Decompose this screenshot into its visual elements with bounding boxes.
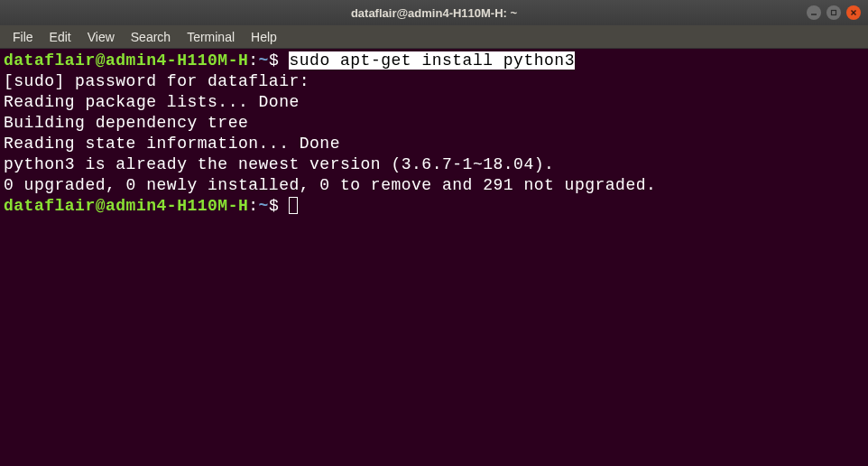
cursor <box>289 197 298 214</box>
menubar: File Edit View Search Terminal Help <box>0 25 868 49</box>
prompt-path: ~ <box>259 197 269 215</box>
window-title: dataflair@admin4-H110M-H: ~ <box>351 6 517 20</box>
prompt-user: dataflair@admin4-H110M-H <box>4 197 248 215</box>
maximize-button[interactable] <box>826 5 841 20</box>
output-line: 0 upgraded, 0 newly installed, 0 to remo… <box>4 176 656 194</box>
menu-view[interactable]: View <box>80 27 122 47</box>
prompt-sep: : <box>248 197 258 215</box>
output-line: Reading state information... Done <box>4 135 340 153</box>
prompt-symbol: $ <box>269 197 290 215</box>
output-line: [sudo] password for dataflair: <box>4 72 319 90</box>
prompt-sep: : <box>248 51 258 70</box>
menu-file[interactable]: File <box>5 27 41 47</box>
minimize-button[interactable] <box>807 5 821 20</box>
menu-help[interactable]: Help <box>244 27 284 47</box>
output-line: python3 is already the newest version (3… <box>4 155 554 173</box>
menu-edit[interactable]: Edit <box>42 27 78 47</box>
menu-search[interactable]: Search <box>124 27 178 47</box>
output-line: Reading package lists... Done <box>4 93 300 111</box>
prompt-symbol: $ <box>269 51 290 70</box>
window-controls <box>807 5 861 20</box>
output-line: Building dependency tree <box>4 114 319 132</box>
menu-terminal[interactable]: Terminal <box>180 27 242 47</box>
close-button[interactable] <box>846 5 861 20</box>
terminal-area[interactable]: dataflair@admin4-H110M-H:~$ sudo apt-get… <box>0 49 868 466</box>
titlebar[interactable]: dataflair@admin4-H110M-H: ~ <box>0 0 868 25</box>
svg-rect-1 <box>832 11 836 15</box>
prompt-path: ~ <box>259 51 269 70</box>
command-text: sudo apt-get install python3 <box>289 51 574 70</box>
prompt-user: dataflair@admin4-H110M-H <box>4 51 248 70</box>
